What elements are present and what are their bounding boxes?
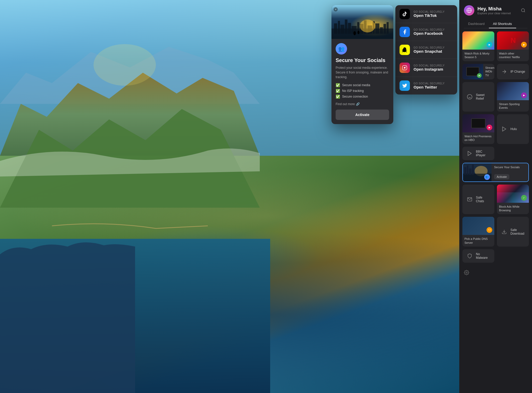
shortcut-no-malware[interactable]: No Malware (462, 249, 494, 263)
block-ads-label: Block Ads While Browsing (497, 203, 529, 214)
tab-dashboard[interactable]: Dashboard (464, 20, 489, 28)
svg-point-21 (357, 31, 360, 34)
facebook-text: GO SOCIAL SECURELY Open Facebook (414, 28, 445, 36)
card-icon: 👥 (336, 43, 347, 55)
feature-check-1: ✅ (336, 83, 340, 87)
snapchat-text: GO SOCIAL SECURELY Open Snapchat (414, 46, 445, 53)
sporting-image: ▶ (497, 82, 529, 100)
svg-line-28 (524, 11, 525, 12)
shortcut-rick-morty[interactable]: ▶ Watch Rick & Morty Season 5 (462, 31, 494, 61)
no-malware-icon (466, 252, 473, 260)
svg-point-40 (466, 272, 467, 273)
twitter-logo (400, 80, 410, 91)
snapchat-logo (400, 45, 410, 55)
sweet-relief-icon (466, 93, 473, 100)
instagram-logo (400, 63, 410, 73)
hulu-icon (501, 125, 508, 133)
svg-rect-5 (338, 21, 340, 34)
tiktok-logo (400, 9, 410, 19)
shortcut-block-ads[interactable]: ✓ Block Ads While Browsing (497, 185, 529, 214)
facebook-item[interactable]: GO SOCIAL SECURELY Open Facebook (395, 23, 457, 41)
rick-morty-label: Watch Rick & Morty Season 5 (462, 50, 494, 61)
dns-image: 🛡 (462, 217, 494, 235)
twitter-text: GO SOCIAL SECURELY Open Twitter (414, 82, 445, 89)
svg-marker-29 (503, 127, 506, 131)
play-icon-netflix: ▶ (521, 42, 527, 48)
search-icon[interactable] (519, 6, 527, 15)
sidebar-branding: Hey, Misha Explore your clear internet (464, 5, 511, 16)
bbc-label: BBC iPlayer (476, 150, 491, 157)
svg-rect-6 (341, 25, 344, 34)
shortcut-secure-socials-sidebar[interactable]: 👥 Secure Your Socials Activate (462, 163, 529, 182)
shortcut-safe-chats[interactable]: Safe Chats (462, 185, 494, 214)
svg-rect-16 (380, 27, 383, 34)
svg-rect-8 (348, 23, 351, 34)
shortcut-netflix[interactable]: N ▶ Watch other countries' Netflix (497, 31, 529, 61)
shortcut-bbc[interactable]: BBC iPlayer (462, 147, 494, 160)
svg-point-27 (521, 9, 524, 12)
app-logo (464, 5, 474, 16)
bbc-icon (466, 150, 473, 157)
shortcut-hulu[interactable]: Hulu (497, 114, 529, 144)
card-header-image: ✕ (331, 5, 393, 39)
activate-button[interactable]: Activate (336, 110, 389, 120)
snapchat-item[interactable]: GO SOCIAL SECURELY Open Snapchat (395, 41, 457, 59)
instagram-item[interactable]: GO SOCIAL SECURELY Open Instagram (395, 59, 457, 77)
svg-rect-7 (345, 19, 348, 34)
svg-point-19 (360, 19, 375, 32)
sporting-label: Stream Sporting Events (497, 100, 529, 112)
secure-socials-icon-badge: 👥 (484, 174, 490, 180)
card-title: Secure Your Socials (336, 57, 389, 63)
shortcut-sporting[interactable]: ▶ Stream Sporting Events (497, 82, 529, 112)
ip-change-label: IP Change (510, 70, 525, 73)
close-button[interactable]: ✕ (334, 7, 338, 11)
settings-row (459, 266, 532, 281)
safe-download-icon (501, 228, 508, 235)
tiktok-text: GO SOCIAL SECURELY Open TikTok (414, 10, 445, 18)
right-sidebar: Hey, Misha Explore your clear internet D… (459, 0, 532, 393)
block-ads-image: ✓ (497, 185, 529, 203)
feature-3: ✅ Secure connection (336, 94, 389, 99)
sidebar-header: Hey, Misha Explore your clear internet (459, 0, 532, 16)
imdb-label: Stream IMDb TV (483, 64, 494, 79)
card-body: 👥 Secure Your Socials Protect your socia… (331, 39, 393, 124)
shortcut-imdb[interactable]: ▶ Stream IMDb TV (462, 64, 494, 79)
secure-socials-image-sidebar: 👥 (463, 163, 491, 181)
activate-small-button[interactable]: Activate (494, 174, 509, 179)
shortcut-dns[interactable]: 🛡 Pick a Public DNS Server (462, 217, 494, 247)
shortcut-hbo[interactable]: ▶ Watch Hot Premieres on HBO (462, 114, 494, 144)
netflix-label: Watch other countries' Netflix (497, 50, 529, 61)
svg-rect-37 (472, 165, 474, 175)
subtitle-text: Explore your clear internet (477, 12, 511, 15)
twitter-item[interactable]: GO SOCIAL SECURELY Open Twitter (395, 77, 457, 94)
safe-download-label: Safe Download (510, 228, 525, 235)
svg-rect-18 (387, 22, 389, 34)
secure-socials-card: ✕ 👥 Secure Your Socials Protect your soc… (331, 5, 393, 124)
feature-check-3: ✅ (336, 94, 340, 99)
svg-marker-30 (468, 151, 471, 156)
svg-point-20 (353, 31, 356, 35)
greeting-block: Hey, Misha Explore your clear internet (477, 6, 511, 15)
shortcut-ip-change[interactable]: IP Change (497, 64, 529, 79)
play-icon-imdb: ▶ (477, 73, 482, 78)
ip-change-icon (501, 68, 508, 75)
shortcut-safe-download[interactable]: Safe Download (497, 217, 529, 247)
city-silhouette (331, 18, 393, 39)
netflix-image: N ▶ (497, 31, 529, 50)
svg-rect-34 (464, 167, 466, 175)
hulu-label: Hulu (510, 127, 517, 131)
instagram-text: GO SOCIAL SECURELY Open Instagram (414, 64, 445, 71)
play-icon-rick-morty: ▶ (487, 42, 492, 48)
safe-chats-icon (466, 196, 473, 203)
shortcut-sweet-relief[interactable]: Sweet Relief (462, 82, 494, 112)
svg-rect-35 (467, 165, 468, 175)
safe-chats-label: Safe Chats (476, 196, 491, 203)
find-out-more-link[interactable]: Find out more 🔗 (336, 102, 389, 106)
no-malware-label: No Malware (476, 252, 491, 260)
tiktok-item[interactable]: GO SOCIAL SECURELY Open TikTok (395, 5, 457, 23)
sidebar-tabs: Dashboard All Shortcuts (464, 20, 527, 28)
social-list-panel: GO SOCIAL SECURELY Open TikTok GO SOCIAL… (395, 5, 457, 94)
settings-icon[interactable] (464, 270, 469, 276)
tab-all-shortcuts[interactable]: All Shortcuts (489, 20, 516, 28)
rick-morty-image: ▶ (462, 31, 494, 50)
